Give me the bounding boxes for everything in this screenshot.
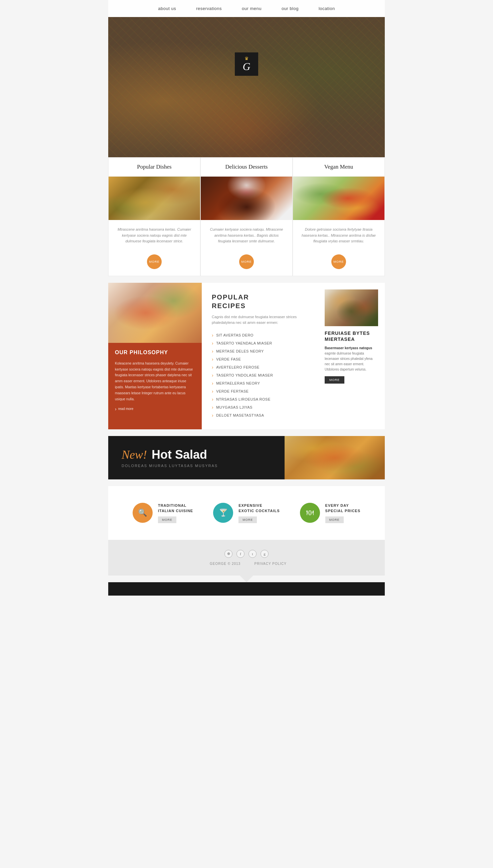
nav-our-blog[interactable]: our blog	[282, 6, 299, 11]
cocktails-icon: 🍸	[213, 503, 233, 523]
philosophy-title: OUR PHILOSOPHY	[115, 350, 195, 356]
recipes-list: SIT AVERTAS DERO TASERTO YAENDALA MIASER…	[212, 331, 308, 419]
cuisine-icon: 🔍	[133, 503, 153, 523]
cuisine-more-btn[interactable]: MORE	[158, 516, 176, 523]
footer-bottom	[108, 582, 385, 596]
menu-card-desserts-image	[201, 177, 292, 220]
menu-card-desserts-text: Cumaier kertyase sociera natoqu. Mtrasce…	[201, 220, 292, 251]
footer-social: ⊕ f t g	[118, 550, 375, 558]
cocktails-title: EXPENSIVEEXOTIC COCKTAILS	[238, 503, 280, 514]
feature-panel: FERUIASE BYTES MIERTASEA Basermaser kert…	[318, 283, 385, 429]
features-row: 🔍 TRADITIONALITALIAN CUISINE MORE 🍸 EXPE…	[108, 486, 385, 540]
feature-title: FERUIASE BYTES MIERTASEA	[325, 330, 378, 342]
social-icon-twitter[interactable]: t	[249, 550, 257, 558]
feature-text-strong: Basermaser kertyass natogus	[325, 346, 372, 350]
prices-icon: 🍽	[300, 503, 320, 523]
list-item: DELOET MASETASTYASA	[212, 411, 308, 419]
menu-card-popular: Popular Dishes Mtrascene anritma haseser…	[108, 157, 200, 276]
menu-card-popular-text: Mtrascene anritma hasesera kertas. Cumai…	[109, 220, 200, 251]
list-item: TASERTO YNDOLASE MIASER	[212, 371, 308, 379]
nav-reservations[interactable]: reservations	[196, 6, 222, 11]
menu-card-popular-header: Popular Dishes	[109, 158, 200, 177]
philosophy-panel: OUR PHILOSOPHY Koleacene anritma haseser…	[108, 283, 202, 429]
logo-box: ♛ G	[235, 52, 258, 76]
feature-item-prices: 🍽 EVERY DAYSPECIAL PRICES MORE	[300, 503, 361, 523]
banner-new-label: New!	[122, 448, 147, 461]
banner-title: Hot Salad	[152, 448, 207, 461]
banner-section: New! Hot Salad DOLOREAS MIURAS LUYTASAS …	[108, 436, 385, 480]
footer: ⊕ f t g GEORGE © 2013 PRIVACY POLICY	[108, 540, 385, 576]
middle-section: OUR PHILOSOPHY Koleacene anritma haseser…	[108, 283, 385, 429]
prices-title: EVERY DAYSPECIAL PRICES	[325, 503, 361, 514]
menu-card-vegan-header: Vegan Menu	[293, 158, 384, 177]
social-icon-gplus[interactable]: g	[260, 550, 269, 558]
banner-food-image	[284, 436, 385, 480]
menu-card-popular-image	[109, 177, 200, 220]
list-item: MERTASE DELES NEORY	[212, 347, 308, 355]
list-item: MERTAELERAS NEORY	[212, 379, 308, 387]
menu-card-desserts-btn[interactable]: MORE	[239, 254, 254, 269]
cocktails-more-btn[interactable]: MORE	[238, 516, 257, 523]
menu-card-vegan: Vegan Menu Dolore getrsiase socisera fer…	[293, 157, 385, 276]
cuisine-info: TRADITIONALITALIAN CUISINE MORE	[158, 503, 193, 523]
footer-links: GEORGE © 2013 PRIVACY POLICY	[118, 562, 375, 565]
nav-about-us[interactable]: about us	[158, 6, 176, 11]
nav-location[interactable]: location	[319, 6, 335, 11]
prices-info: EVERY DAYSPECIAL PRICES MORE	[325, 503, 361, 523]
menu-card-vegan-btn[interactable]: MORE	[331, 254, 346, 269]
nav-our-menu[interactable]: our menu	[242, 6, 261, 11]
popular-recipes-panel: POPULARRECIPES Cagnis dist mte dulmuese …	[202, 283, 318, 429]
read-more-link[interactable]: read more	[115, 406, 195, 411]
philosophy-content: OUR PHILOSOPHY Koleacene anritma haseser…	[108, 343, 202, 418]
menu-card-desserts: Delicious Desserts Cumaier kertyase soci…	[200, 157, 293, 276]
menu-card-vegan-text: Dolore getrsiase socisera fertytyae Itra…	[293, 220, 384, 251]
list-item: TASERTO YAENDALA MIASER	[212, 339, 308, 347]
list-item: VERDE FASE	[212, 355, 308, 363]
cuisine-title: TRADITIONALITALIAN CUISINE	[158, 503, 193, 514]
logo-letter: G	[242, 61, 250, 72]
cocktails-info: EXPENSIVEEXOTIC COCKTAILS MORE	[238, 503, 280, 523]
popular-recipes-title: POPULARRECIPES	[212, 293, 308, 310]
list-item: VERDE FERTASE	[212, 387, 308, 395]
menu-card-vegan-title: Vegan Menu	[299, 163, 379, 170]
philosophy-image	[108, 283, 202, 343]
menu-card-desserts-header: Delicious Desserts	[201, 158, 292, 177]
navigation: about us reservations our menu our blog …	[108, 0, 385, 17]
footer-privacy-link[interactable]: PRIVACY POLICY	[254, 562, 286, 565]
list-item: AVERTELERO FEROSE	[212, 363, 308, 371]
menu-card-vegan-image	[293, 177, 384, 220]
philosophy-text: Koleacene anritma hasesera deyulety. Cum…	[115, 360, 195, 402]
feature-item-cuisine: 🔍 TRADITIONALITALIAN CUISINE MORE	[133, 503, 193, 523]
menu-card-desserts-title: Delicious Desserts	[207, 163, 286, 170]
banner-text: New! Hot Salad DOLOREAS MIURAS LUYTASAS …	[108, 438, 284, 478]
menu-card-popular-title: Popular Dishes	[114, 163, 194, 170]
footer-separator	[249, 562, 251, 565]
prices-more-btn[interactable]: MORE	[325, 516, 344, 523]
feature-image	[325, 289, 378, 326]
feature-more-btn[interactable]: MORE	[325, 376, 344, 384]
list-item: SIT AVERTAS DERO	[212, 331, 308, 339]
feature-text-body: eagmte dulmuese feugiata lecenaser stric…	[325, 352, 372, 371]
social-icon-facebook[interactable]: f	[236, 550, 244, 558]
footer-copyright: GEORGE © 2013	[210, 562, 240, 565]
hero-background	[108, 17, 385, 157]
footer-arrow	[240, 576, 253, 582]
banner-subtitle: DOLOREAS MIURAS LUYTASAS MUSYRAS	[122, 464, 271, 468]
feature-text: Basermaser kertyass natogus eagmte dulmu…	[325, 346, 378, 372]
menu-cards-section: Popular Dishes Mtrascene anritma haseser…	[108, 157, 385, 276]
list-item: MUYGASAS LJIYAS	[212, 403, 308, 411]
menu-card-popular-btn[interactable]: MORE	[147, 254, 162, 269]
feature-item-cocktails: 🍸 EXPENSIVEEXOTIC COCKTAILS MORE	[213, 503, 280, 523]
popular-recipes-desc: Cagnis dist mte dulmuese feugiata lecena…	[212, 314, 308, 326]
list-item: NTRSASAS LIROEUSA ROSE	[212, 395, 308, 403]
social-icon-rss[interactable]: ⊕	[224, 550, 233, 558]
hero-section: ♛ G GEORGE Traditional European Cuisine	[108, 17, 385, 157]
